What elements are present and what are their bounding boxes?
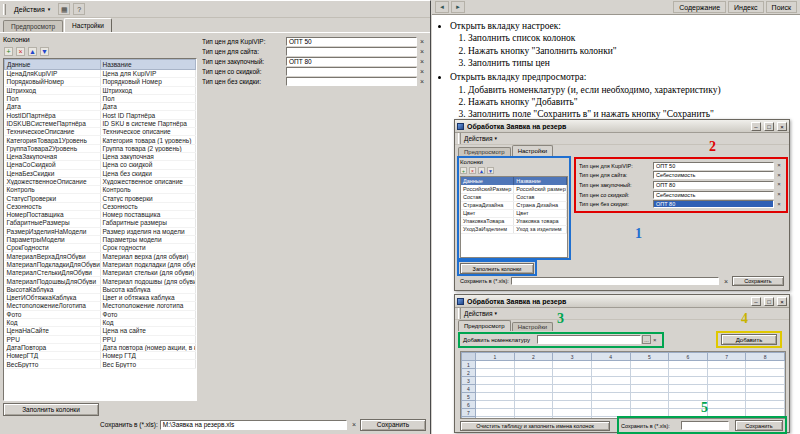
table-row[interactable]: IDSKUВСистемеПартнёраID SKU в системе Па… xyxy=(5,119,196,127)
table-cell[interactable]: МестоположениеЛоготипа xyxy=(5,302,101,310)
table-cell[interactable]: Порядковый Номер xyxy=(100,78,196,86)
table-cell[interactable]: Габаритные размеры xyxy=(100,219,196,227)
table-row[interactable]: ХудожественноеОписаниеХудожественное опи… xyxy=(5,177,196,185)
table-cell[interactable]: ВесБрутто xyxy=(5,360,101,368)
table-row[interactable]: ГруппаТовара2УровеньГруппа товара (2 уро… xyxy=(5,144,196,152)
table-cell[interactable]: Код xyxy=(100,318,196,326)
table-cell[interactable]: КатегорияТовара1Уровень xyxy=(5,136,101,144)
table-cell[interactable]: Группа товара (2 уровень) xyxy=(100,144,196,152)
table-cell[interactable]: Цена без скидки xyxy=(100,169,196,177)
table-cell[interactable]: Фото xyxy=(5,310,101,318)
table-cell[interactable]: Пол xyxy=(100,94,196,102)
table-cell[interactable]: Дата повтора (номер акции, в ко xyxy=(100,343,196,351)
clear-icon[interactable]: × xyxy=(418,37,426,46)
add-row-icon[interactable]: + xyxy=(4,47,13,56)
table-cell[interactable]: Материал верха (для обуви) xyxy=(100,252,196,260)
table-cell[interactable]: PPU xyxy=(100,335,196,343)
table-cell[interactable]: Материал подкладки (для обуви) xyxy=(100,260,196,268)
table-cell[interactable]: ЦенаЗакупочная xyxy=(5,152,101,160)
table-cell[interactable]: Материал стельки (для обуви) xyxy=(100,269,196,277)
actions-menu[interactable]: Действия ▾ xyxy=(9,5,55,14)
table-row[interactable]: КодКод xyxy=(5,318,196,326)
table-row[interactable]: МатериалВерхаДляОбувиМатериал верха (для… xyxy=(5,252,196,260)
table-row[interactable]: КатегорияТовара1УровеньКатегория товара … xyxy=(5,136,196,144)
table-row[interactable]: PPUPPU xyxy=(5,335,196,343)
table-cell[interactable]: МатериалПодкладкиДляОбуви xyxy=(5,260,101,268)
table-cell[interactable]: ЦветИОбтяжкаКаблука xyxy=(5,294,101,302)
table-cell[interactable]: Высота каблука xyxy=(100,285,196,293)
table-row[interactable]: МатериалПодкладкиДляОбувиМатериал подкла… xyxy=(5,260,196,268)
table-row[interactable]: ЦенаБезСкидкиЦена без скидки xyxy=(5,169,196,177)
table-cell[interactable]: Параметры модели xyxy=(100,235,196,243)
tab-preview[interactable]: Предпросмотр xyxy=(3,20,63,32)
table-cell[interactable]: Цвет и обтяжка каблука xyxy=(100,294,196,302)
table-row[interactable]: НомерГТДНомер ГТД xyxy=(5,352,196,360)
move-down-icon[interactable]: ▼ xyxy=(40,47,49,56)
table-cell[interactable]: МатериалПодошвыДляОбуви xyxy=(5,277,101,285)
table-row[interactable]: ЦветИОбтяжкаКаблукаЦвет и обтяжка каблук… xyxy=(5,294,196,302)
table-row[interactable]: КонтрольКонтроль xyxy=(5,186,196,194)
table-row[interactable]: ДатаПовтораДата повтора (номер акции, в … xyxy=(5,343,196,351)
table-row[interactable]: ВесБруттоВес Брутто xyxy=(5,360,196,368)
table-cell[interactable]: НомерГТД xyxy=(5,352,101,360)
column-header-data[interactable]: Данные xyxy=(5,60,101,70)
table-cell[interactable]: МатериалСтелькиДляОбуви xyxy=(5,269,101,277)
table-row[interactable]: ЦенаНаСайтеЦена на сайте xyxy=(5,327,196,335)
table-cell[interactable]: Контроль xyxy=(100,186,196,194)
table-cell[interactable]: ЦенаДляKupiVIP xyxy=(5,70,101,78)
table-cell[interactable]: Цена закупочная xyxy=(100,152,196,160)
table-row[interactable]: СезонностьСезонность xyxy=(5,202,196,210)
contents-button[interactable]: Содержание xyxy=(673,1,726,13)
table-cell[interactable]: Фото xyxy=(100,310,196,318)
table-row[interactable]: СрокГодностиСрок годности xyxy=(5,244,196,252)
table-cell[interactable]: ТехническоеОписание xyxy=(5,128,101,136)
table-cell[interactable]: НомерПоставщика xyxy=(5,211,101,219)
clear-icon[interactable]: × xyxy=(418,67,426,76)
table-row[interactable]: ТехническоеОписаниеТехническое описание xyxy=(5,128,196,136)
table-cell[interactable]: Host ID Партнёра xyxy=(100,111,196,119)
save-path-input[interactable]: M:\Заявка на резерв.xls xyxy=(160,420,347,430)
table-cell[interactable]: Пол xyxy=(5,94,101,102)
table-cell[interactable]: Штрихкод xyxy=(5,86,101,94)
delete-row-icon[interactable]: × xyxy=(16,47,25,56)
table-cell[interactable]: ГруппаТовара2Уровень xyxy=(5,144,101,152)
table-cell[interactable]: IDSKUВСистемеПартнёра xyxy=(5,119,101,127)
table-cell[interactable]: Дата xyxy=(100,103,196,111)
table-cell[interactable]: HostIDПартнёра xyxy=(5,111,101,119)
table-cell[interactable]: Материал подошвы (для обуви) xyxy=(100,277,196,285)
table-cell[interactable]: Местоположение логотипа xyxy=(100,302,196,310)
table-row[interactable]: ПараметрыМоделиПараметры модели xyxy=(5,235,196,243)
table-row[interactable]: HostIDПартнёраHost ID Партнёра xyxy=(5,111,196,119)
table-cell[interactable]: Штрихкод xyxy=(100,86,196,94)
table-row[interactable]: НомерПоставщикаНомер поставщика xyxy=(5,211,196,219)
table-cell[interactable]: РазмерИзделияНаМодели xyxy=(5,227,101,235)
field-input[interactable] xyxy=(286,77,417,86)
table-cell[interactable]: СтатусПроверки xyxy=(5,194,101,202)
help-icon[interactable]: ? xyxy=(73,3,85,15)
table-cell[interactable]: ПараметрыМодели xyxy=(5,235,101,243)
table-cell[interactable]: ЦенаБезСкидки xyxy=(5,169,101,177)
clear-icon[interactable]: × xyxy=(418,57,426,66)
fill-columns-button[interactable]: Заполнить колонки xyxy=(3,403,99,416)
field-input[interactable]: ОПТ 50 xyxy=(286,37,417,46)
table-row[interactable]: ЦенаСоСкидкойЦена со скидкой xyxy=(5,161,196,169)
table-row[interactable]: ЦенаДляKupiVIPЦена для KupiVIP xyxy=(5,70,196,78)
table-cell[interactable]: ХудожественноеОписание xyxy=(5,177,101,185)
table-row[interactable]: ГабаритныеРазмерыГабаритные размеры xyxy=(5,219,196,227)
table-cell[interactable]: ВысотаКаблука xyxy=(5,285,101,293)
field-input[interactable] xyxy=(286,47,417,56)
table-cell[interactable]: Сезонность xyxy=(5,202,101,210)
field-input[interactable]: ОПТ 80 xyxy=(286,57,417,66)
table-cell[interactable]: Цена на сайте xyxy=(100,327,196,335)
clear-icon[interactable]: × xyxy=(418,47,426,56)
table-cell[interactable]: Сезонность xyxy=(100,202,196,210)
grid-view-icon[interactable]: ▦ xyxy=(58,3,70,15)
table-cell[interactable]: Код xyxy=(5,318,101,326)
table-cell[interactable]: Номер ГТД xyxy=(100,352,196,360)
table-cell[interactable]: СрокГодности xyxy=(5,244,101,252)
forward-icon[interactable]: ► xyxy=(451,1,465,13)
table-cell[interactable]: ДатаПовтора xyxy=(5,343,101,351)
table-row[interactable]: МестоположениеЛоготипаМестоположение лог… xyxy=(5,302,196,310)
table-row[interactable]: РазмерИзделияНаМоделиРазмер изделия на м… xyxy=(5,227,196,235)
table-cell[interactable]: Цена со скидкой xyxy=(100,161,196,169)
